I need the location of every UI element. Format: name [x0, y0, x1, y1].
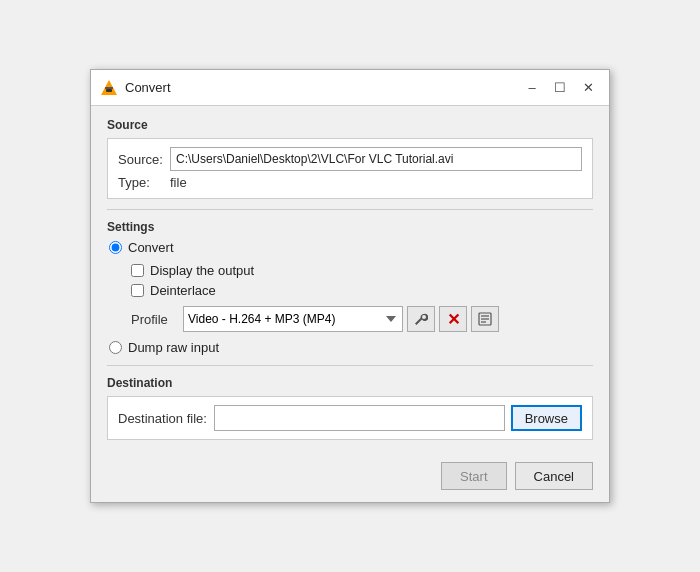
profile-delete-button[interactable]: ✕: [439, 306, 467, 332]
destination-row: Destination file: Browse: [118, 405, 582, 431]
cancel-button[interactable]: Cancel: [515, 462, 593, 490]
profile-row: Profile Video - H.264 + MP3 (MP4)Video -…: [131, 306, 591, 332]
source-path-label: Source:: [118, 152, 170, 167]
deinterlace-label: Deinterlace: [150, 283, 216, 298]
title-bar: Convert – ☐ ✕: [91, 70, 609, 106]
destination-section-label: Destination: [107, 376, 593, 390]
start-button[interactable]: Start: [441, 462, 506, 490]
convert-radio[interactable]: [109, 241, 122, 254]
profile-label: Profile: [131, 312, 183, 327]
divider-2: [107, 365, 593, 366]
window-title: Convert: [125, 80, 519, 95]
settings-section-label: Settings: [107, 220, 593, 234]
deinterlace-row: Deinterlace: [131, 283, 591, 298]
source-type-label: Type:: [118, 175, 170, 190]
destination-file-input[interactable]: [214, 405, 505, 431]
source-path-input[interactable]: [170, 147, 582, 171]
delete-icon: ✕: [447, 310, 460, 329]
new-profile-icon: [478, 312, 492, 326]
dump-radio-row: Dump raw input: [109, 340, 591, 355]
maximize-button[interactable]: ☐: [547, 77, 573, 99]
source-group: Source: Type: file: [107, 138, 593, 199]
source-path-row: Source:: [118, 147, 582, 171]
display-output-checkbox[interactable]: [131, 264, 144, 277]
convert-radio-label: Convert: [128, 240, 174, 255]
source-section-label: Source: [107, 118, 593, 132]
settings-group: Convert Display the output Deinterlace P…: [107, 240, 593, 355]
dialog-content: Source Source: Type: file Settings Conve…: [91, 106, 609, 452]
dump-radio-label: Dump raw input: [128, 340, 219, 355]
footer: Start Cancel: [91, 452, 609, 502]
profile-select[interactable]: Video - H.264 + MP3 (MP4)Video - H.265 +…: [183, 306, 403, 332]
browse-button[interactable]: Browse: [511, 405, 582, 431]
svg-rect-1: [106, 89, 112, 92]
close-button[interactable]: ✕: [575, 77, 601, 99]
display-output-label: Display the output: [150, 263, 254, 278]
wrench-icon: [414, 312, 428, 326]
destination-group: Destination file: Browse: [107, 396, 593, 440]
destination-file-label: Destination file:: [118, 411, 214, 426]
divider-1: [107, 209, 593, 210]
window-controls: – ☐ ✕: [519, 77, 601, 99]
profile-settings-button[interactable]: [407, 306, 435, 332]
source-type-value: file: [170, 175, 187, 190]
vlc-icon: [99, 78, 119, 98]
convert-radio-row: Convert: [109, 240, 591, 255]
svg-rect-2: [105, 87, 113, 89]
minimize-button[interactable]: –: [519, 77, 545, 99]
dump-radio[interactable]: [109, 341, 122, 354]
source-type-row: Type: file: [118, 175, 582, 190]
deinterlace-checkbox[interactable]: [131, 284, 144, 297]
convert-window: Convert – ☐ ✕ Source Source: Type: file …: [90, 69, 610, 503]
profile-new-button[interactable]: [471, 306, 499, 332]
display-output-row: Display the output: [131, 263, 591, 278]
